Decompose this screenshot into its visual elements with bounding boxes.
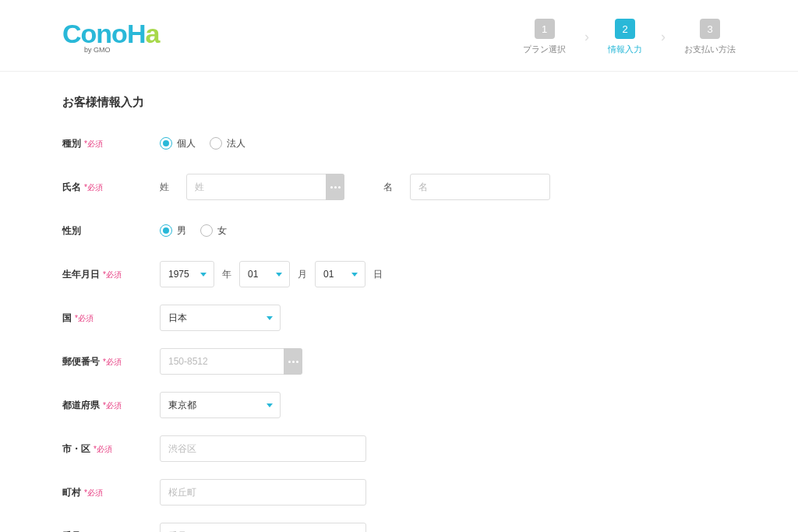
required-badge: *必須 bbox=[103, 270, 122, 280]
step-number: 3 bbox=[700, 19, 720, 39]
label-town: 町村 bbox=[62, 486, 81, 499]
postal-lookup-button[interactable] bbox=[284, 348, 302, 375]
radio-label: 女 bbox=[217, 224, 227, 238]
chevron-right-icon: › bbox=[584, 29, 589, 45]
logo-part: ono bbox=[81, 19, 127, 49]
row-gender: 性別 男 女 bbox=[62, 217, 736, 244]
row-birthdate: 生年月日 *必須 1975 年 01 月 01 日 bbox=[62, 261, 736, 287]
logo-subtext: by GMO bbox=[84, 46, 159, 54]
row-prefecture: 都道府県 *必須 東京都 bbox=[62, 392, 736, 418]
birth-month-select[interactable]: 01 bbox=[239, 261, 290, 287]
required-badge: *必須 bbox=[103, 357, 122, 368]
required-badge: *必須 bbox=[84, 182, 103, 193]
street-input[interactable] bbox=[160, 523, 366, 532]
row-country: 国 *必須 日本 bbox=[62, 305, 736, 331]
label-type: 種別 bbox=[62, 137, 81, 150]
radio-label: 法人 bbox=[227, 137, 245, 150]
required-badge: *必須 bbox=[84, 488, 103, 499]
logo: ConoHa by GMO bbox=[62, 19, 159, 54]
page-title: お客様情報入力 bbox=[62, 95, 736, 110]
logo-part: H bbox=[127, 19, 146, 49]
step-number: 2 bbox=[615, 19, 635, 39]
header: ConoHa by GMO 1 プラン選択 › 2 情報入力 › 3 お支払い方… bbox=[0, 0, 798, 72]
label-name: 氏名 bbox=[62, 181, 81, 194]
label-prefecture: 都道府県 bbox=[62, 399, 100, 412]
radio-individual[interactable]: 個人 bbox=[160, 137, 196, 150]
radio-label: 個人 bbox=[177, 137, 196, 150]
birth-year-select[interactable]: 1975 bbox=[160, 261, 214, 287]
step-number: 1 bbox=[535, 19, 555, 39]
label-country: 国 bbox=[62, 312, 72, 325]
sublabel-lastname: 姓 bbox=[160, 181, 178, 194]
name-helper-button[interactable] bbox=[326, 174, 344, 200]
chevron-right-icon: › bbox=[661, 29, 666, 45]
logo-part: C bbox=[62, 19, 81, 49]
row-postal: 郵便番号 *必須 bbox=[62, 348, 736, 375]
label-street: 番号 bbox=[62, 530, 81, 533]
step-plan: 1 プラン選択 bbox=[523, 19, 566, 55]
label-gender: 性別 bbox=[62, 224, 81, 238]
step-label: プラン選択 bbox=[523, 44, 566, 55]
birth-day-select[interactable]: 01 bbox=[315, 261, 365, 287]
step-info: 2 情報入力 bbox=[608, 19, 642, 55]
dots-icon bbox=[330, 186, 341, 188]
form-content: お客様情報入力 種別 *必須 個人 法人 氏名 *必須 bbox=[0, 72, 798, 532]
label-city: 市・区 bbox=[62, 442, 90, 456]
radio-icon bbox=[210, 137, 222, 150]
radio-female[interactable]: 女 bbox=[200, 224, 227, 238]
unit-year: 年 bbox=[222, 268, 231, 281]
logo-part: a bbox=[145, 19, 159, 49]
radio-corporate[interactable]: 法人 bbox=[210, 137, 245, 150]
dots-icon bbox=[288, 361, 298, 363]
required-badge: *必須 bbox=[84, 139, 103, 150]
required-badge: *必須 bbox=[103, 400, 122, 411]
step-label: 情報入力 bbox=[608, 44, 642, 55]
prefecture-select[interactable]: 東京都 bbox=[160, 392, 281, 418]
row-name: 氏名 *必須 姓 名 bbox=[62, 174, 736, 200]
step-payment: 3 お支払い方法 bbox=[684, 19, 736, 55]
city-input[interactable] bbox=[160, 435, 366, 462]
label-postal: 郵便番号 bbox=[62, 355, 100, 368]
radio-male[interactable]: 男 bbox=[160, 224, 186, 238]
radio-icon bbox=[160, 224, 172, 237]
label-birthdate: 生年月日 bbox=[62, 268, 100, 281]
town-input[interactable] bbox=[160, 479, 366, 506]
radio-label: 男 bbox=[177, 224, 186, 238]
unit-day: 日 bbox=[373, 268, 383, 281]
row-town: 町村 *必須 bbox=[62, 479, 736, 506]
row-street: 番号 *必須 bbox=[62, 523, 736, 532]
firstname-input[interactable] bbox=[410, 174, 550, 200]
postal-input[interactable] bbox=[160, 348, 284, 375]
step-indicator: 1 プラン選択 › 2 情報入力 › 3 お支払い方法 bbox=[523, 19, 736, 55]
step-label: お支払い方法 bbox=[684, 44, 736, 55]
radio-icon bbox=[200, 224, 213, 237]
unit-month: 月 bbox=[298, 268, 307, 281]
row-type: 種別 *必須 個人 法人 bbox=[62, 130, 736, 157]
row-city: 市・区 *必須 bbox=[62, 435, 736, 462]
sublabel-firstname: 名 bbox=[383, 181, 402, 194]
required-badge: *必須 bbox=[94, 444, 112, 455]
lastname-input[interactable] bbox=[186, 174, 327, 200]
required-badge: *必須 bbox=[75, 313, 94, 324]
country-select[interactable]: 日本 bbox=[160, 305, 281, 331]
radio-icon bbox=[160, 137, 172, 150]
